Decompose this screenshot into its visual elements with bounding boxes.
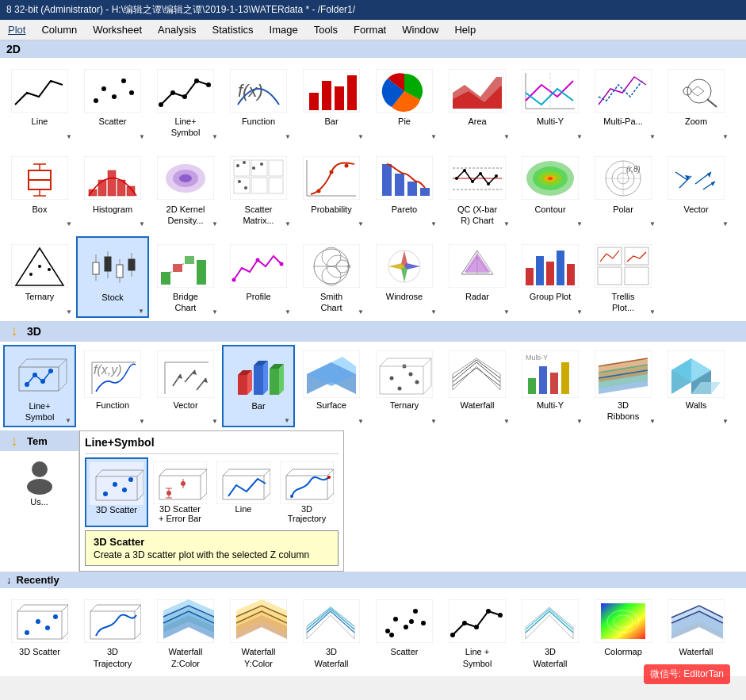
section-2d-header: 2D [0, 40, 746, 58]
icon-polar[interactable]: (r,θ) Polar ▼ [587, 149, 660, 231]
dropdown-arrow: ▼ [138, 308, 144, 315]
icon-probability[interactable]: Probability ▼ [295, 149, 368, 231]
svg-point-220 [113, 482, 117, 487]
icon-vector[interactable]: Vector ▼ [660, 149, 733, 231]
icon-trellis-plot[interactable]: TrellisPlot... ▼ [587, 236, 660, 318]
icon-3d-ribbons[interactable]: 3DRibbons ▼ [587, 345, 660, 428]
svg-point-80 [463, 169, 466, 172]
submenu-3d-trajectory[interactable]: 3DTrajectory [275, 457, 339, 527]
icon-radar[interactable]: Radar ▼ [441, 236, 514, 318]
icon-3d-surface-label: Surface [316, 400, 346, 411]
icon-scatter-matrix[interactable]: ScatterMatrix... ▼ [222, 149, 295, 231]
icon-3d-function[interactable]: f(x,y) Function ▼ [76, 345, 149, 428]
icon-profile[interactable]: Profile ▼ [222, 236, 295, 318]
icon-line[interactable]: Line ▼ [3, 61, 76, 143]
rec-waterfall[interactable]: Waterfall [660, 591, 733, 673]
icon-2d-kernel-density[interactable]: 2D KernelDensity... ▼ [149, 149, 222, 231]
svg-rect-43 [98, 180, 106, 196]
svg-point-222 [128, 477, 133, 482]
icon-profile-label: Profile [246, 291, 270, 302]
svg-point-265 [474, 625, 479, 629]
menu-window[interactable]: Window [399, 22, 442, 37]
svg-point-236 [327, 476, 331, 479]
dropdown-arrow: ▼ [358, 308, 364, 316]
svg-rect-158 [595, 244, 652, 288]
rec-colormap[interactable]: Colormap [587, 591, 660, 673]
submenu-3d-scatter[interactable]: 3D Scatter [85, 457, 148, 527]
icon-pie-label: Pie [398, 116, 411, 127]
icon-smith-chart[interactable]: SmithChart ▼ [295, 236, 368, 318]
icon-multi-y[interactable]: Multi-Y ▼ [514, 61, 587, 143]
dropdown-arrow: ▼ [722, 220, 729, 228]
svg-point-69 [345, 164, 349, 168]
temp-submenu-area: ↓ Tem Us... Line+Symbol [0, 430, 746, 572]
rec-scatter[interactable]: Scatter [368, 591, 441, 673]
svg-point-12 [206, 82, 211, 87]
icon-scatter[interactable]: Scatter ▼ [76, 61, 149, 143]
temp-label: Tem [27, 435, 48, 447]
icon-histogram[interactable]: Histogram ▼ [76, 149, 149, 231]
rec-line-symbol[interactable]: Line +Symbol [441, 591, 514, 673]
rec-3d-scatter[interactable]: 3D Scatter [3, 591, 76, 673]
section-2d-label: 2D [6, 43, 21, 55]
submenu-3d-line[interactable]: Line [212, 457, 275, 527]
icon-contour[interactable]: Contour ▼ [514, 149, 587, 231]
icon-pareto[interactable]: Pareto ▼ [368, 149, 441, 231]
rec-3d-trajectory[interactable]: 3DTrajectory [76, 591, 149, 673]
menu-help[interactable]: Help [451, 22, 479, 37]
svg-point-235 [290, 495, 293, 498]
dropdown-arrow: ▼ [358, 418, 364, 425]
svg-point-195 [415, 380, 419, 384]
icon-line-symbol[interactable]: Line+Symbol ▼ [149, 61, 222, 143]
menu-worksheet[interactable]: Worksheet [90, 22, 145, 37]
icon-3d-bar[interactable]: Bar ▼ [222, 345, 295, 428]
icon-3d-ternary[interactable]: Ternary ▼ [368, 345, 441, 428]
rec-waterfall-ycolor[interactable]: WaterfallY:Color [222, 591, 295, 673]
dropdown-arrow: ▼ [649, 418, 656, 425]
menu-tools[interactable]: Tools [311, 22, 341, 37]
svg-point-257 [404, 625, 408, 629]
rec-3d-waterfall2[interactable]: 3DWaterfall [514, 591, 587, 673]
dropdown-arrow: ▼ [139, 220, 145, 228]
icon-bridge-chart[interactable]: BridgeChart ▼ [149, 236, 222, 318]
icon-area[interactable]: Area ▼ [441, 61, 514, 143]
svg-point-193 [390, 376, 394, 380]
svg-point-260 [389, 633, 394, 637]
icon-3d-vector[interactable]: Vector ▼ [149, 345, 222, 428]
svg-point-8 [159, 102, 163, 107]
submenu-3d-line-label: Line [235, 504, 252, 514]
icon-stock[interactable]: Stock ▼ [76, 236, 149, 318]
menu-image[interactable]: Image [266, 22, 301, 37]
rec-3d-waterfall[interactable]: 3DWaterfall [295, 591, 368, 673]
icon-function[interactable]: f(x) Function ▼ [222, 61, 295, 143]
dropdown-arrow: ▼ [139, 133, 145, 140]
rec-waterfall-zcolor[interactable]: WaterfallZ:Color [149, 591, 222, 673]
icon-box[interactable]: Box ▼ [3, 149, 76, 231]
svg-point-196 [398, 386, 402, 390]
icon-qc[interactable]: QC (X-barR) Chart ▼ [441, 149, 514, 231]
svg-point-215 [32, 461, 48, 477]
icon-3d-multi-y[interactable]: Multi-Y Multi-Y ▼ [514, 345, 587, 428]
svg-point-11 [194, 78, 199, 83]
menu-format[interactable]: Format [350, 22, 389, 37]
icon-group-plot[interactable]: Group Plot ▼ [514, 236, 587, 318]
icon-vector-label: Vector [683, 204, 708, 215]
icon-trellis-plot-label: TrellisPlot... [612, 291, 635, 314]
menu-statistics[interactable]: Statistics [209, 22, 257, 37]
icon-windrose[interactable]: Windrose ▼ [368, 236, 441, 318]
svg-rect-16 [309, 93, 319, 110]
icon-bar[interactable]: Bar ▼ [295, 61, 368, 143]
menu-analysis[interactable]: Analysis [155, 22, 199, 37]
icon-3d-surface[interactable]: Surface ▼ [295, 345, 368, 428]
icon-walls[interactable]: Walls ▼ [660, 345, 733, 428]
submenu-3d-scatter-errorbar[interactable]: 3D Scatter+ Error Bar [148, 457, 212, 527]
icon-waterfall[interactable]: Waterfall ▼ [441, 345, 514, 428]
icon-3d-line-symbol[interactable]: Line+Symbol ▼ [3, 345, 76, 428]
svg-point-90 [548, 177, 553, 180]
icon-pie[interactable]: Pie ▼ [368, 61, 441, 143]
menu-plot[interactable]: Plot [5, 22, 29, 37]
icon-multi-pa[interactable]: Multi-Pa... ▼ [587, 61, 660, 143]
menu-column[interactable]: Column [38, 22, 80, 37]
icon-zoom[interactable]: Zoom ▼ [660, 61, 733, 143]
icon-ternary[interactable]: Ternary ▼ [3, 236, 76, 318]
